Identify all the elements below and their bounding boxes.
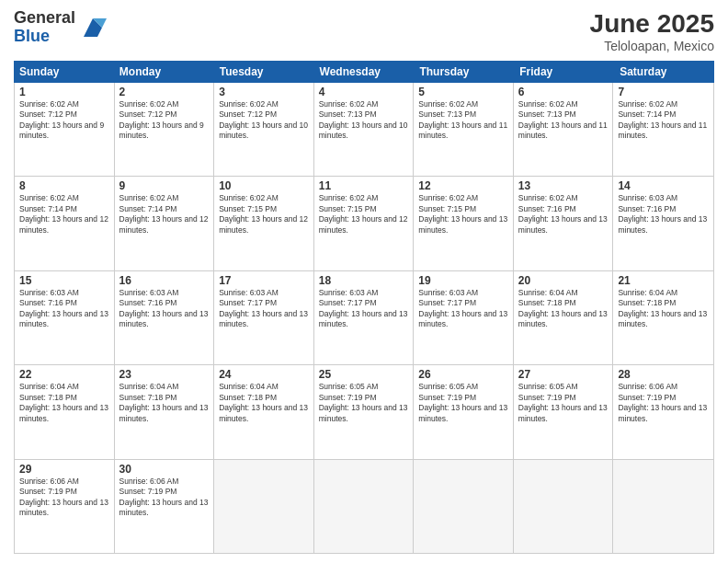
day-info: Sunrise: 6:06 AMSunset: 7:19 PMDaylight:… — [618, 382, 709, 424]
day-info: Sunrise: 6:04 AMSunset: 7:18 PMDaylight:… — [618, 288, 709, 330]
day-number: 19 — [418, 274, 508, 287]
day-number: 13 — [518, 179, 609, 192]
day-cell-28: 28Sunrise: 6:06 AMSunset: 7:19 PMDayligh… — [613, 365, 713, 458]
day-number: 26 — [418, 368, 508, 381]
day-cell-6: 6Sunrise: 6:02 AMSunset: 7:13 PMDaylight… — [514, 83, 614, 176]
day-cell-11: 11Sunrise: 6:02 AMSunset: 7:15 PMDayligh… — [314, 177, 415, 270]
location: Teloloapan, Mexico — [590, 39, 714, 53]
day-cell-16: 16Sunrise: 6:03 AMSunset: 7:16 PMDayligh… — [115, 271, 215, 364]
day-number: 20 — [518, 274, 609, 287]
day-info: Sunrise: 6:02 AMSunset: 7:13 PMDaylight:… — [319, 99, 409, 142]
calendar-row-4: 22Sunrise: 6:04 AMSunset: 7:18 PMDayligh… — [15, 365, 713, 459]
day-cell-30: 30Sunrise: 6:06 AMSunset: 7:19 PMDayligh… — [115, 460, 215, 553]
day-number: 1 — [19, 86, 109, 98]
day-cell-21: 21Sunrise: 6:04 AMSunset: 7:18 PMDayligh… — [613, 271, 713, 364]
calendar-body: 1Sunrise: 6:02 AMSunset: 7:12 PMDaylight… — [14, 83, 714, 554]
header-wednesday: Wednesday — [314, 61, 415, 83]
day-number: 3 — [219, 86, 309, 98]
day-number: 30 — [119, 463, 210, 476]
day-cell-26: 26Sunrise: 6:05 AMSunset: 7:19 PMDayligh… — [414, 365, 514, 458]
day-info: Sunrise: 6:02 AMSunset: 7:14 PMDaylight:… — [19, 193, 109, 236]
day-info: Sunrise: 6:03 AMSunset: 7:17 PMDaylight:… — [219, 288, 309, 330]
day-cell-19: 19Sunrise: 6:03 AMSunset: 7:17 PMDayligh… — [414, 271, 514, 364]
day-cell-15: 15Sunrise: 6:03 AMSunset: 7:16 PMDayligh… — [15, 271, 115, 364]
day-cell-13: 13Sunrise: 6:02 AMSunset: 7:16 PMDayligh… — [514, 177, 614, 270]
day-number: 24 — [219, 368, 309, 381]
day-number: 5 — [418, 86, 508, 98]
day-cell-20: 20Sunrise: 6:04 AMSunset: 7:18 PMDayligh… — [514, 271, 614, 364]
calendar: Sunday Monday Tuesday Wednesday Thursday… — [14, 61, 714, 554]
day-info: Sunrise: 6:02 AMSunset: 7:16 PMDaylight:… — [518, 193, 609, 236]
day-info: Sunrise: 6:02 AMSunset: 7:12 PMDaylight:… — [19, 99, 109, 142]
day-number: 15 — [19, 274, 109, 287]
day-number: 16 — [119, 274, 210, 287]
day-number: 12 — [418, 179, 508, 192]
day-cell-9: 9Sunrise: 6:02 AMSunset: 7:14 PMDaylight… — [115, 177, 215, 270]
day-cell-3: 3Sunrise: 6:02 AMSunset: 7:12 PMDaylight… — [214, 83, 314, 176]
day-number: 17 — [219, 274, 309, 287]
day-info: Sunrise: 6:02 AMSunset: 7:15 PMDaylight:… — [219, 193, 309, 236]
day-info: Sunrise: 6:04 AMSunset: 7:18 PMDaylight:… — [19, 382, 109, 424]
header-tuesday: Tuesday — [214, 61, 314, 83]
day-info: Sunrise: 6:02 AMSunset: 7:12 PMDaylight:… — [219, 99, 309, 142]
day-number: 27 — [518, 368, 609, 381]
day-number: 2 — [119, 86, 210, 98]
day-info: Sunrise: 6:04 AMSunset: 7:18 PMDaylight:… — [219, 382, 309, 424]
title-area: June 2025 Teloloapan, Mexico — [590, 9, 714, 53]
day-cell-10: 10Sunrise: 6:02 AMSunset: 7:15 PMDayligh… — [214, 177, 314, 270]
day-info: Sunrise: 6:03 AMSunset: 7:16 PMDaylight:… — [618, 193, 709, 236]
calendar-row-2: 8Sunrise: 6:02 AMSunset: 7:14 PMDaylight… — [15, 177, 713, 270]
day-number: 14 — [618, 179, 709, 192]
day-cell-1: 1Sunrise: 6:02 AMSunset: 7:12 PMDaylight… — [15, 83, 115, 176]
calendar-row-3: 15Sunrise: 6:03 AMSunset: 7:16 PMDayligh… — [15, 271, 713, 365]
day-number: 22 — [19, 368, 109, 381]
day-cell-17: 17Sunrise: 6:03 AMSunset: 7:17 PMDayligh… — [214, 271, 314, 364]
day-info: Sunrise: 6:03 AMSunset: 7:16 PMDaylight:… — [119, 288, 210, 330]
day-info: Sunrise: 6:03 AMSunset: 7:17 PMDaylight:… — [418, 288, 508, 330]
page: General Blue June 2025 Teloloapan, Mexic… — [0, 0, 728, 563]
day-number: 4 — [319, 86, 409, 98]
day-cell-14: 14Sunrise: 6:03 AMSunset: 7:16 PMDayligh… — [613, 177, 713, 270]
day-info: Sunrise: 6:02 AMSunset: 7:15 PMDaylight:… — [418, 193, 508, 236]
logo: General Blue — [14, 9, 107, 46]
header-monday: Monday — [114, 61, 214, 83]
day-info: Sunrise: 6:02 AMSunset: 7:12 PMDaylight:… — [119, 99, 210, 142]
day-number: 18 — [319, 274, 409, 287]
day-number: 9 — [119, 179, 210, 192]
logo-icon — [79, 14, 107, 41]
day-info: Sunrise: 6:03 AMSunset: 7:17 PMDaylight:… — [319, 288, 409, 330]
day-number: 23 — [119, 368, 210, 381]
logo-general: General — [14, 9, 75, 28]
day-number: 21 — [618, 274, 709, 287]
day-info: Sunrise: 6:06 AMSunset: 7:19 PMDaylight:… — [19, 477, 109, 519]
day-info: Sunrise: 6:06 AMSunset: 7:19 PMDaylight:… — [119, 477, 210, 519]
header-sunday: Sunday — [14, 61, 114, 83]
day-cell-23: 23Sunrise: 6:04 AMSunset: 7:18 PMDayligh… — [115, 365, 215, 458]
day-info: Sunrise: 6:02 AMSunset: 7:14 PMDaylight:… — [618, 99, 709, 142]
day-number: 29 — [19, 463, 109, 476]
day-info: Sunrise: 6:05 AMSunset: 7:19 PMDaylight:… — [518, 382, 609, 424]
day-number: 28 — [618, 368, 709, 381]
calendar-row-1: 1Sunrise: 6:02 AMSunset: 7:12 PMDaylight… — [15, 83, 713, 177]
day-number: 25 — [319, 368, 409, 381]
day-cell-8: 8Sunrise: 6:02 AMSunset: 7:14 PMDaylight… — [15, 177, 115, 270]
header-saturday: Saturday — [614, 61, 714, 83]
day-number: 10 — [219, 179, 309, 192]
day-cell-25: 25Sunrise: 6:05 AMSunset: 7:19 PMDayligh… — [314, 365, 415, 458]
day-info: Sunrise: 6:05 AMSunset: 7:19 PMDaylight:… — [319, 382, 409, 424]
day-number: 7 — [618, 86, 709, 98]
day-info: Sunrise: 6:04 AMSunset: 7:18 PMDaylight:… — [518, 288, 609, 330]
day-number: 8 — [19, 179, 109, 192]
day-number: 11 — [319, 179, 409, 192]
logo-blue: Blue — [14, 28, 75, 46]
day-info: Sunrise: 6:02 AMSunset: 7:13 PMDaylight:… — [418, 99, 508, 142]
calendar-rows: 1Sunrise: 6:02 AMSunset: 7:12 PMDaylight… — [15, 83, 713, 553]
day-cell-22: 22Sunrise: 6:04 AMSunset: 7:18 PMDayligh… — [15, 365, 115, 458]
calendar-header: Sunday Monday Tuesday Wednesday Thursday… — [14, 61, 714, 83]
day-cell-2: 2Sunrise: 6:02 AMSunset: 7:12 PMDaylight… — [115, 83, 215, 176]
day-info: Sunrise: 6:05 AMSunset: 7:19 PMDaylight:… — [418, 382, 508, 424]
day-info: Sunrise: 6:02 AMSunset: 7:14 PMDaylight:… — [119, 193, 210, 236]
day-info: Sunrise: 6:04 AMSunset: 7:18 PMDaylight:… — [119, 382, 210, 424]
day-cell-12: 12Sunrise: 6:02 AMSunset: 7:15 PMDayligh… — [414, 177, 514, 270]
day-cell-4: 4Sunrise: 6:02 AMSunset: 7:13 PMDaylight… — [314, 83, 415, 176]
